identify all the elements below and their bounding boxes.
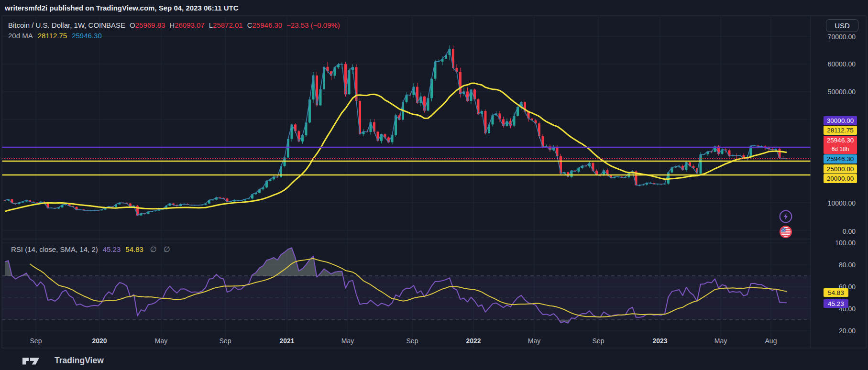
low-label: L	[209, 21, 213, 29]
time-axis-label: Aug	[765, 337, 777, 345]
price-axis-label: 10000.00	[828, 199, 856, 207]
price-axis-label: 70000.00	[828, 33, 856, 41]
level-lines-group	[2, 147, 811, 175]
last-price-value: 25946.30	[827, 136, 854, 145]
time-axis-label: May	[714, 337, 727, 345]
rsi-ma-badge[interactable]: 54.83	[824, 288, 848, 297]
rsi-value-badge[interactable]: 45.23	[824, 299, 848, 308]
page: 70000.0060000.0050000.0010000.000.00100.…	[0, 0, 868, 370]
price-badge-ma-yellow[interactable]: 28112.75	[824, 126, 857, 135]
rsi-label[interactable]: RSI (14, close, SMA, 14, 2)	[11, 245, 98, 253]
footer-brand[interactable]: TradingView	[19, 356, 104, 366]
rsi-axis-label: 20.00	[839, 327, 856, 335]
low-value: 25872.01	[213, 21, 243, 29]
open-pair: O25969.83	[130, 21, 165, 29]
open-label: O	[130, 21, 135, 29]
symbol-row: Bitcoin / U.S. Dollar, 1W, COINBASE O259…	[8, 21, 340, 29]
time-axis-label: Sep	[220, 337, 231, 345]
rsi-header: RSI (14, close, SMA, 14, 2) 45.23 54.83 …	[11, 245, 170, 254]
main-pane	[4, 45, 788, 216]
rsi-empty-slot-icon: ∅	[150, 245, 157, 254]
price-badge-yellow-level-20000[interactable]: 20000.00	[824, 174, 857, 183]
rsi-axis-label: 100.00	[835, 239, 856, 247]
rsi-ma-value: 54.83	[125, 245, 143, 253]
time-axis-label: Sep	[593, 337, 604, 345]
rsi-value: 45.23	[103, 245, 121, 253]
time-axis-label: May	[528, 337, 540, 345]
ma-row: 20d MA 28112.75 25946.30	[8, 32, 102, 40]
close-value: 25946.30	[253, 21, 283, 29]
lightning-icon[interactable]	[779, 209, 793, 224]
last-price-badge[interactable]: 25946.30 6d 18h	[824, 136, 857, 154]
rsi-empty-slot-icon: ∅	[164, 245, 170, 254]
time-axis-label: May	[341, 337, 354, 345]
time-axis-label: 2020	[92, 337, 107, 345]
ma-label[interactable]: 20d MA	[8, 32, 33, 40]
time-axis-label: May	[155, 337, 167, 345]
time-axis-label: 2023	[652, 337, 667, 345]
price-badge-ma-cyan[interactable]: 25946.30	[824, 154, 857, 163]
time-axis-label: Sep	[407, 337, 418, 345]
currency-button[interactable]: USD	[826, 19, 858, 32]
ma-cyan-value: 25946.30	[72, 32, 102, 40]
brand-text: TradingView	[55, 356, 104, 366]
time-axis-label: 2021	[279, 337, 294, 345]
ma-yellow-value: 28112.75	[38, 32, 67, 40]
time-axis-label: 2022	[466, 337, 481, 345]
open-value: 25969.83	[135, 21, 165, 29]
tradingview-logo-icon	[19, 356, 44, 366]
price-axis-label: 50000.00	[828, 88, 856, 96]
high-pair: H26093.07	[169, 21, 204, 29]
publish-bar: writersmfd2i published on TradingView.co…	[5, 4, 239, 12]
price-axis-label: 0.00	[843, 228, 856, 235]
close-label: C	[247, 21, 253, 29]
low-pair: L25872.01	[209, 21, 243, 29]
rsi-axis-label: 80.00	[839, 261, 856, 269]
price-axis-label: 60000.00	[828, 60, 856, 68]
change-value: −23.53 (−0.09%)	[286, 21, 340, 29]
symbol-title[interactable]: Bitcoin / U.S. Dollar, 1W, COINBASE	[8, 21, 125, 29]
bar-countdown: 6d 18h	[832, 145, 849, 153]
chart-canvas[interactable]: 70000.0060000.0050000.0010000.000.00100.…	[0, 0, 868, 370]
time-axis-label: Sep	[30, 337, 42, 345]
high-value: 26093.07	[175, 21, 205, 29]
price-badge-yellow-level-25000[interactable]: 25000.00	[824, 164, 857, 174]
flag-icon[interactable]	[779, 225, 793, 239]
price-badge-purple-level[interactable]: 30000.00	[824, 116, 857, 125]
high-label: H	[169, 21, 175, 29]
close-pair: C25946.30	[247, 21, 282, 29]
rsi-pane	[2, 248, 811, 323]
